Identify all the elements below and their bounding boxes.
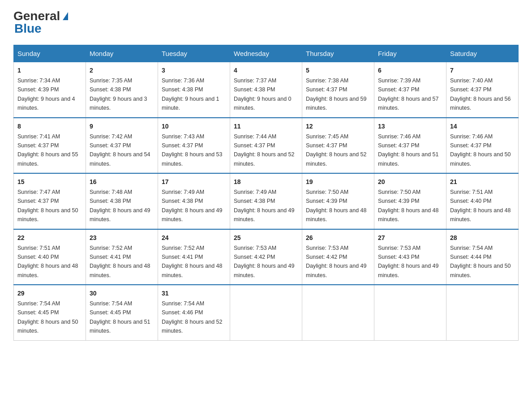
day-number: 1 <box>17 66 82 75</box>
calendar-week-row-4: 22Sunrise: 7:51 AMSunset: 4:40 PMDayligh… <box>14 229 519 285</box>
day-info: Sunrise: 7:41 AMSunset: 4:37 PMDaylight:… <box>17 133 78 167</box>
day-info: Sunrise: 7:54 AMSunset: 4:44 PMDaylight:… <box>450 245 511 278</box>
calendar-cell: 11Sunrise: 7:44 AMSunset: 4:37 PMDayligh… <box>230 118 302 174</box>
day-number: 11 <box>234 122 298 131</box>
calendar-cell: 5Sunrise: 7:38 AMSunset: 4:37 PMDaylight… <box>302 62 374 118</box>
day-number: 21 <box>450 177 515 187</box>
day-info: Sunrise: 7:35 AMSunset: 4:38 PMDaylight:… <box>90 77 147 111</box>
day-info: Sunrise: 7:49 AMSunset: 4:38 PMDaylight:… <box>234 189 295 223</box>
day-info: Sunrise: 7:47 AMSunset: 4:37 PMDaylight:… <box>17 189 78 223</box>
day-number: 24 <box>162 233 226 243</box>
day-number: 28 <box>450 233 515 243</box>
calendar-table: SundayMondayTuesdayWednesdayThursdayFrid… <box>13 45 519 341</box>
day-info: Sunrise: 7:52 AMSunset: 4:41 PMDaylight:… <box>162 245 223 278</box>
day-number: 8 <box>17 122 82 131</box>
calendar-cell: 18Sunrise: 7:49 AMSunset: 4:38 PMDayligh… <box>230 173 302 229</box>
calendar-cell: 15Sunrise: 7:47 AMSunset: 4:37 PMDayligh… <box>14 173 86 229</box>
calendar-cell: 28Sunrise: 7:54 AMSunset: 4:44 PMDayligh… <box>446 229 519 285</box>
day-info: Sunrise: 7:42 AMSunset: 4:37 PMDaylight:… <box>90 133 150 167</box>
column-header-saturday: Saturday <box>446 45 519 62</box>
calendar-cell <box>374 285 446 340</box>
day-info: Sunrise: 7:48 AMSunset: 4:38 PMDaylight:… <box>90 189 150 223</box>
calendar-header-row: SundayMondayTuesdayWednesdayThursdayFrid… <box>14 45 519 62</box>
day-info: Sunrise: 7:51 AMSunset: 4:40 PMDaylight:… <box>17 245 78 278</box>
column-header-monday: Monday <box>86 45 158 62</box>
calendar-cell: 10Sunrise: 7:43 AMSunset: 4:37 PMDayligh… <box>158 118 230 174</box>
day-number: 17 <box>162 177 226 187</box>
day-number: 13 <box>378 122 442 131</box>
day-info: Sunrise: 7:54 AMSunset: 4:45 PMDaylight:… <box>90 300 150 334</box>
calendar-cell <box>446 285 519 340</box>
day-info: Sunrise: 7:43 AMSunset: 4:37 PMDaylight:… <box>162 133 223 167</box>
day-number: 12 <box>306 122 370 131</box>
day-number: 20 <box>378 177 442 187</box>
day-number: 31 <box>162 289 226 298</box>
day-info: Sunrise: 7:37 AMSunset: 4:38 PMDaylight:… <box>234 77 292 111</box>
column-header-wednesday: Wednesday <box>230 45 302 62</box>
calendar-week-row-2: 8Sunrise: 7:41 AMSunset: 4:37 PMDaylight… <box>14 118 519 174</box>
day-info: Sunrise: 7:34 AMSunset: 4:39 PMDaylight:… <box>17 77 75 111</box>
day-number: 9 <box>90 122 154 131</box>
day-info: Sunrise: 7:54 AMSunset: 4:46 PMDaylight:… <box>162 300 223 334</box>
day-info: Sunrise: 7:36 AMSunset: 4:38 PMDaylight:… <box>162 77 219 111</box>
day-info: Sunrise: 7:50 AMSunset: 4:39 PMDaylight:… <box>306 189 367 223</box>
calendar-cell: 14Sunrise: 7:46 AMSunset: 4:37 PMDayligh… <box>446 118 519 174</box>
day-number: 23 <box>90 233 154 243</box>
calendar-cell: 30Sunrise: 7:54 AMSunset: 4:45 PMDayligh… <box>86 285 158 340</box>
day-info: Sunrise: 7:46 AMSunset: 4:37 PMDaylight:… <box>378 133 439 167</box>
day-number: 22 <box>17 233 82 243</box>
calendar-cell: 1Sunrise: 7:34 AMSunset: 4:39 PMDaylight… <box>14 62 86 118</box>
day-info: Sunrise: 7:38 AMSunset: 4:37 PMDaylight:… <box>306 77 367 111</box>
calendar-cell <box>230 285 302 340</box>
calendar-cell: 23Sunrise: 7:52 AMSunset: 4:41 PMDayligh… <box>86 229 158 285</box>
column-header-friday: Friday <box>374 45 446 62</box>
calendar-cell: 13Sunrise: 7:46 AMSunset: 4:37 PMDayligh… <box>374 118 446 174</box>
calendar-week-row-1: 1Sunrise: 7:34 AMSunset: 4:39 PMDaylight… <box>14 62 519 118</box>
day-number: 25 <box>234 233 298 243</box>
day-info: Sunrise: 7:51 AMSunset: 4:40 PMDaylight:… <box>450 189 511 223</box>
day-info: Sunrise: 7:50 AMSunset: 4:39 PMDaylight:… <box>378 189 439 223</box>
calendar-week-row-3: 15Sunrise: 7:47 AMSunset: 4:37 PMDayligh… <box>14 173 519 229</box>
calendar-cell: 4Sunrise: 7:37 AMSunset: 4:38 PMDaylight… <box>230 62 302 118</box>
day-number: 10 <box>162 122 226 131</box>
day-number: 15 <box>17 177 82 187</box>
day-info: Sunrise: 7:49 AMSunset: 4:38 PMDaylight:… <box>162 189 223 223</box>
calendar-cell: 12Sunrise: 7:45 AMSunset: 4:37 PMDayligh… <box>302 118 374 174</box>
day-info: Sunrise: 7:45 AMSunset: 4:37 PMDaylight:… <box>306 133 367 167</box>
day-number: 16 <box>90 177 154 187</box>
calendar-cell: 29Sunrise: 7:54 AMSunset: 4:45 PMDayligh… <box>14 285 86 340</box>
calendar-cell: 16Sunrise: 7:48 AMSunset: 4:38 PMDayligh… <box>86 173 158 229</box>
day-info: Sunrise: 7:40 AMSunset: 4:37 PMDaylight:… <box>450 77 511 111</box>
day-number: 19 <box>306 177 370 187</box>
calendar-cell: 3Sunrise: 7:36 AMSunset: 4:38 PMDaylight… <box>158 62 230 118</box>
calendar-cell: 8Sunrise: 7:41 AMSunset: 4:37 PMDaylight… <box>14 118 86 174</box>
calendar-week-row-5: 29Sunrise: 7:54 AMSunset: 4:45 PMDayligh… <box>14 285 519 340</box>
day-number: 18 <box>234 177 298 187</box>
day-info: Sunrise: 7:52 AMSunset: 4:41 PMDaylight:… <box>90 245 150 278</box>
day-number: 3 <box>162 66 226 75</box>
calendar-cell: 7Sunrise: 7:40 AMSunset: 4:37 PMDaylight… <box>446 62 519 118</box>
day-info: Sunrise: 7:54 AMSunset: 4:45 PMDaylight:… <box>17 300 78 334</box>
day-number: 4 <box>234 66 298 75</box>
day-number: 5 <box>306 66 370 75</box>
day-info: Sunrise: 7:53 AMSunset: 4:42 PMDaylight:… <box>234 245 295 278</box>
calendar-cell <box>302 285 374 340</box>
calendar-cell: 17Sunrise: 7:49 AMSunset: 4:38 PMDayligh… <box>158 173 230 229</box>
day-number: 2 <box>90 66 154 75</box>
day-info: Sunrise: 7:53 AMSunset: 4:42 PMDaylight:… <box>306 245 367 278</box>
logo-blue-text: Blue <box>13 21 42 36</box>
calendar-cell: 24Sunrise: 7:52 AMSunset: 4:41 PMDayligh… <box>158 229 230 285</box>
day-number: 7 <box>450 66 515 75</box>
calendar-cell: 6Sunrise: 7:39 AMSunset: 4:37 PMDaylight… <box>374 62 446 118</box>
day-info: Sunrise: 7:53 AMSunset: 4:43 PMDaylight:… <box>378 245 439 278</box>
day-info: Sunrise: 7:46 AMSunset: 4:37 PMDaylight:… <box>450 133 511 167</box>
page-header: General Blue <box>13 9 519 36</box>
day-number: 14 <box>450 122 515 131</box>
logo: General Blue <box>13 9 68 36</box>
calendar-cell: 20Sunrise: 7:50 AMSunset: 4:39 PMDayligh… <box>374 173 446 229</box>
logo-triangle-icon <box>63 12 68 20</box>
column-header-sunday: Sunday <box>14 45 86 62</box>
day-number: 29 <box>17 289 82 298</box>
column-header-tuesday: Tuesday <box>158 45 230 62</box>
day-number: 30 <box>90 289 154 298</box>
